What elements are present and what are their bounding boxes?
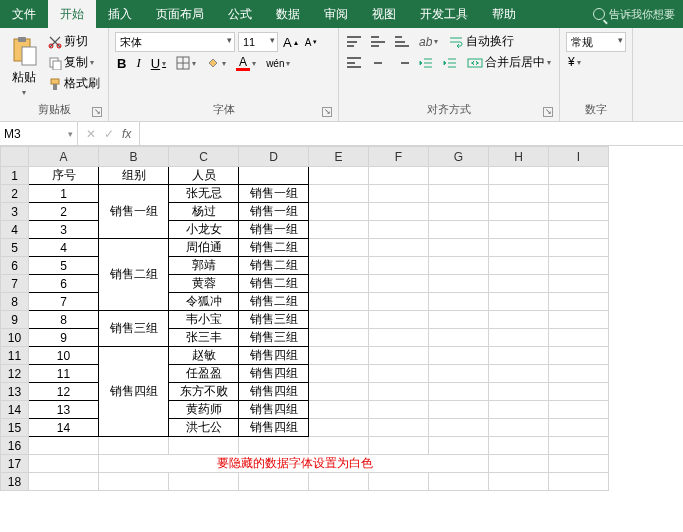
row-header-8[interactable]: 8 xyxy=(1,293,29,311)
cell-G6[interactable] xyxy=(429,257,489,275)
cell-C8[interactable]: 令狐冲 xyxy=(169,293,239,311)
cell-D8[interactable]: 销售二组 xyxy=(239,293,309,311)
cell-C1[interactable]: 人员 xyxy=(169,167,239,185)
align-bottom-button[interactable] xyxy=(393,35,411,48)
cell-I3[interactable] xyxy=(549,203,609,221)
cell-D16[interactable] xyxy=(239,437,309,455)
cell-A13[interactable]: 12 xyxy=(29,383,99,401)
cell-D15[interactable]: 销售四组 xyxy=(239,419,309,437)
cell-D13[interactable]: 销售四组 xyxy=(239,383,309,401)
format-painter-button[interactable]: 格式刷 xyxy=(46,74,102,93)
tab-home[interactable]: 开始 xyxy=(48,0,96,28)
italic-button[interactable]: I xyxy=(134,54,142,72)
col-header-H[interactable]: H xyxy=(489,147,549,167)
cell-E10[interactable] xyxy=(309,329,369,347)
tab-developer[interactable]: 开发工具 xyxy=(408,0,480,28)
row-header-18[interactable]: 18 xyxy=(1,473,29,491)
cell-I16[interactable] xyxy=(549,437,609,455)
row-header-3[interactable]: 3 xyxy=(1,203,29,221)
cell-F18[interactable] xyxy=(369,473,429,491)
cell-D3[interactable]: 销售一组 xyxy=(239,203,309,221)
cell-G3[interactable] xyxy=(429,203,489,221)
select-all-corner[interactable] xyxy=(1,147,29,167)
cell-E16[interactable] xyxy=(309,437,369,455)
cell-B11[interactable]: 销售四组 xyxy=(99,347,169,437)
annotation-text[interactable]: 要隐藏的数据字体设置为白色 xyxy=(99,455,489,473)
cell-F6[interactable] xyxy=(369,257,429,275)
cell-C16[interactable] xyxy=(169,437,239,455)
cell-I9[interactable] xyxy=(549,311,609,329)
cell-E12[interactable] xyxy=(309,365,369,383)
tab-insert[interactable]: 插入 xyxy=(96,0,144,28)
cell-E13[interactable] xyxy=(309,383,369,401)
cell-E14[interactable] xyxy=(309,401,369,419)
cell-A7[interactable]: 6 xyxy=(29,275,99,293)
col-header-D[interactable]: D xyxy=(239,147,309,167)
cell-F8[interactable] xyxy=(369,293,429,311)
cell-B18[interactable] xyxy=(99,473,169,491)
font-color-button[interactable]: A▾ xyxy=(234,55,258,72)
cell-C12[interactable]: 任盈盈 xyxy=(169,365,239,383)
decrease-indent-button[interactable] xyxy=(417,56,435,70)
name-box[interactable] xyxy=(0,122,78,145)
cell-E18[interactable] xyxy=(309,473,369,491)
cell-B5[interactable]: 销售二组 xyxy=(99,239,169,311)
tab-help[interactable]: 帮助 xyxy=(480,0,528,28)
col-header-I[interactable]: I xyxy=(549,147,609,167)
cell-H17[interactable] xyxy=(489,455,549,473)
cell-H8[interactable] xyxy=(489,293,549,311)
cell-G2[interactable] xyxy=(429,185,489,203)
enter-button[interactable]: ✓ xyxy=(104,127,114,141)
cell-D9[interactable]: 销售三组 xyxy=(239,311,309,329)
align-middle-button[interactable] xyxy=(369,35,387,48)
cell-F9[interactable] xyxy=(369,311,429,329)
cell-C7[interactable]: 黄蓉 xyxy=(169,275,239,293)
cell-C3[interactable]: 杨过 xyxy=(169,203,239,221)
formula-input[interactable] xyxy=(140,127,683,141)
cell-F7[interactable] xyxy=(369,275,429,293)
orientation-button[interactable]: ab▾ xyxy=(417,34,440,50)
cell-D18[interactable] xyxy=(239,473,309,491)
cell-C11[interactable]: 赵敏 xyxy=(169,347,239,365)
tab-data[interactable]: 数据 xyxy=(264,0,312,28)
cell-D6[interactable]: 销售二组 xyxy=(239,257,309,275)
cell-I18[interactable] xyxy=(549,473,609,491)
cell-C10[interactable]: 张三丰 xyxy=(169,329,239,347)
cell-C15[interactable]: 洪七公 xyxy=(169,419,239,437)
tell-me-search[interactable]: 告诉我你想要 xyxy=(585,7,683,22)
row-header-1[interactable]: 1 xyxy=(1,167,29,185)
cell-G7[interactable] xyxy=(429,275,489,293)
cell-C6[interactable]: 郭靖 xyxy=(169,257,239,275)
cell-I1[interactable] xyxy=(549,167,609,185)
cell-A14[interactable]: 13 xyxy=(29,401,99,419)
cell-A15[interactable]: 14 xyxy=(29,419,99,437)
cell-I5[interactable] xyxy=(549,239,609,257)
cell-B1[interactable]: 组别 xyxy=(99,167,169,185)
cell-I2[interactable] xyxy=(549,185,609,203)
row-header-7[interactable]: 7 xyxy=(1,275,29,293)
cell-E4[interactable] xyxy=(309,221,369,239)
tab-review[interactable]: 审阅 xyxy=(312,0,360,28)
cell-D14[interactable]: 销售四组 xyxy=(239,401,309,419)
paste-button[interactable]: 粘贴 ▾ xyxy=(6,32,42,100)
cell-A2[interactable]: 1 xyxy=(29,185,99,203)
cell-F4[interactable] xyxy=(369,221,429,239)
cell-E7[interactable] xyxy=(309,275,369,293)
row-header-11[interactable]: 11 xyxy=(1,347,29,365)
cell-C14[interactable]: 黄药师 xyxy=(169,401,239,419)
cell-E8[interactable] xyxy=(309,293,369,311)
number-format-select[interactable] xyxy=(566,32,626,52)
dialog-launcher-icon[interactable]: ↘ xyxy=(543,107,553,117)
row-header-10[interactable]: 10 xyxy=(1,329,29,347)
cell-A5[interactable]: 4 xyxy=(29,239,99,257)
col-header-F[interactable]: F xyxy=(369,147,429,167)
cell-H12[interactable] xyxy=(489,365,549,383)
cell-D2[interactable]: 销售一组 xyxy=(239,185,309,203)
cell-I4[interactable] xyxy=(549,221,609,239)
cell-D12[interactable]: 销售四组 xyxy=(239,365,309,383)
row-header-9[interactable]: 9 xyxy=(1,311,29,329)
row-header-14[interactable]: 14 xyxy=(1,401,29,419)
name-box-input[interactable] xyxy=(4,127,73,141)
cell-A3[interactable]: 2 xyxy=(29,203,99,221)
row-header-4[interactable]: 4 xyxy=(1,221,29,239)
